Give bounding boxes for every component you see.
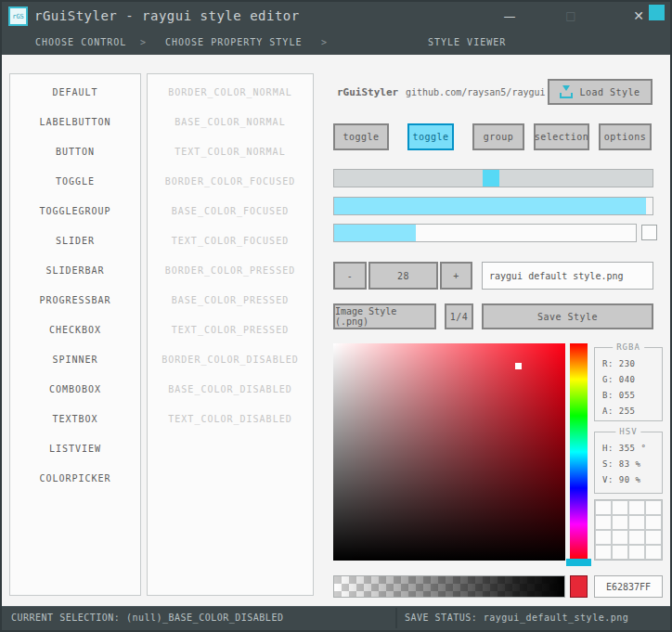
palette-cell[interactable] — [628, 545, 645, 560]
rgba-a-value: A: 255 — [602, 404, 662, 419]
palette-cell[interactable] — [628, 515, 645, 530]
toggle-button[interactable]: selection — [534, 123, 589, 150]
chevron-right-icon: > — [321, 31, 328, 55]
property-list-item[interactable]: BASE_COLOR_PRESSED — [148, 285, 313, 315]
rgba-b-value: B: 055 — [602, 388, 662, 404]
palette-cell[interactable] — [612, 545, 628, 560]
ratio-button[interactable]: 1/4 — [445, 303, 473, 329]
hex-input[interactable] — [594, 575, 663, 598]
progress-bar — [333, 224, 637, 242]
spinner-minus-button[interactable]: - — [333, 262, 367, 290]
rgba-label: RGBA — [613, 342, 644, 352]
palette-grid — [594, 499, 663, 561]
rgba-r-value: R: 230 — [602, 356, 662, 372]
breadcrumb: CHOOSE CONTROL > CHOOSE PROPERTY STYLE >… — [2, 31, 670, 55]
control-list-item[interactable]: CHECKBOX — [10, 315, 140, 344]
control-list-item[interactable]: BUTTON — [10, 136, 140, 166]
save-style-button[interactable]: Save Style — [482, 303, 653, 329]
slider-bar-fill — [334, 198, 646, 214]
palette-cell[interactable] — [612, 500, 628, 515]
control-list-item[interactable]: SPINNER — [10, 344, 140, 374]
title-bar: rGS rGuiStyler - raygui style editor — □… — [2, 2, 670, 31]
current-color-swatch — [570, 575, 588, 598]
maximize-button[interactable]: □ — [561, 2, 581, 31]
color-cursor[interactable] — [515, 363, 522, 369]
current-selection-status: CURRENT SELECTION: (null)_BASE_COLOR_DIS… — [11, 606, 283, 630]
palette-cell[interactable] — [595, 545, 612, 560]
brand-label: rGuiStyler — [337, 86, 398, 98]
control-list-item[interactable]: DEFAULT — [10, 77, 140, 107]
property-list-item[interactable]: BORDER_COLOR_NORMAL — [148, 77, 313, 107]
control-list-item[interactable]: COMBOBOX — [10, 374, 140, 404]
toggle-button-active[interactable]: toggle — [407, 123, 454, 150]
properties-list: BORDER_COLOR_NORMAL BASE_COLOR_NORMAL TE… — [147, 73, 314, 596]
color-picker-panel[interactable] — [333, 343, 565, 561]
property-list-item[interactable]: BASE_COLOR_NORMAL — [148, 107, 313, 136]
minimize-button[interactable]: — — [499, 2, 520, 31]
load-icon — [560, 85, 573, 98]
palette-cell[interactable] — [628, 500, 645, 515]
spinner-value[interactable]: 28 — [368, 262, 438, 290]
rgba-g-value: G: 040 — [602, 372, 662, 388]
app-icon: rGS — [8, 6, 28, 26]
palette-cell[interactable] — [612, 515, 628, 530]
toggle-button[interactable]: toggle — [333, 123, 389, 150]
palette-cell[interactable] — [595, 500, 612, 515]
toggle-button[interactable]: group — [472, 123, 524, 150]
window-title: rGuiStyler - raygui style editor — [34, 2, 300, 31]
property-list-item[interactable]: TEXT_COLOR_NORMAL — [148, 136, 313, 166]
alpha-bar[interactable] — [333, 575, 565, 598]
control-list-item[interactable]: TOGGLE — [10, 166, 140, 196]
palette-cell[interactable] — [628, 530, 645, 545]
property-list-item[interactable]: BORDER_COLOR_DISABLED — [148, 344, 313, 374]
palette-cell[interactable] — [612, 530, 628, 545]
property-list-item[interactable]: TEXT_COLOR_DISABLED — [148, 404, 313, 433]
controls-list: DEFAULT LABELBUTTON BUTTON TOGGLE TOGGLE… — [9, 73, 141, 596]
property-list-item[interactable]: TEXT_COLOR_FOCUSED — [148, 226, 313, 255]
palette-cell[interactable] — [645, 545, 662, 560]
hsv-group: HSV H: 355 ° S: 83 % V: 90 % — [594, 432, 663, 494]
slider-handle[interactable] — [483, 170, 499, 187]
control-list-item[interactable]: TEXTBOX — [10, 404, 140, 433]
palette-cell[interactable] — [645, 500, 662, 515]
control-list-item[interactable]: PROGRESSBAR — [10, 285, 140, 315]
hue-bar[interactable] — [570, 343, 588, 561]
hsv-h-value: H: 355 ° — [602, 441, 662, 457]
app-window: rGS rGuiStyler - raygui style editor — □… — [0, 0, 672, 632]
palette-cell[interactable] — [645, 530, 662, 545]
property-list-item[interactable]: BASE_COLOR_DISABLED — [148, 374, 313, 404]
hsv-s-value: S: 83 % — [602, 457, 662, 472]
spinner-plus-button[interactable]: + — [440, 262, 472, 290]
filename-input[interactable] — [482, 262, 653, 290]
control-list-item[interactable]: LABELBUTTON — [10, 107, 140, 136]
status-divider — [395, 608, 397, 628]
control-list-item[interactable]: SLIDER — [10, 226, 140, 255]
hsv-label: HSV — [615, 427, 640, 436]
save-status: SAVE STATUS: raygui_default_style.png — [405, 606, 628, 630]
breadcrumb-choose-control: CHOOSE CONTROL — [35, 31, 126, 55]
image-style-button[interactable]: Image Style (.png) — [333, 303, 436, 329]
property-list-item[interactable]: BORDER_COLOR_FOCUSED — [148, 166, 313, 196]
accent-icon — [649, 5, 665, 20]
control-list-item[interactable]: SLIDERBAR — [10, 255, 140, 285]
palette-cell[interactable] — [595, 530, 612, 545]
hue-handle[interactable] — [566, 559, 591, 566]
slider[interactable] — [333, 169, 653, 187]
slider-bar[interactable] — [333, 197, 653, 215]
load-style-button[interactable]: Load Style — [548, 79, 653, 105]
property-list-item[interactable]: TEXT_COLOR_PRESSED — [148, 315, 313, 344]
control-list-item[interactable]: LISTVIEW — [10, 433, 140, 463]
close-button[interactable]: ✕ — [628, 2, 649, 31]
rgba-group: RGBA R: 230 G: 040 B: 055 A: 255 — [594, 347, 663, 421]
checkbox[interactable] — [641, 225, 657, 240]
palette-cell[interactable] — [595, 515, 612, 530]
property-list-item[interactable]: BORDER_COLOR_PRESSED — [148, 255, 313, 285]
control-list-item[interactable]: COLORPICKER — [10, 463, 140, 493]
palette-cell[interactable] — [645, 515, 662, 530]
progress-bar-fill — [334, 225, 416, 241]
load-style-label: Load Style — [579, 87, 640, 97]
control-list-item[interactable]: TOGGLEGROUP — [10, 196, 140, 226]
repo-label: github.com/raysan5/raygui — [406, 87, 546, 97]
toggle-button[interactable]: options — [599, 123, 652, 150]
property-list-item[interactable]: BASE_COLOR_FOCUSED — [148, 196, 313, 226]
